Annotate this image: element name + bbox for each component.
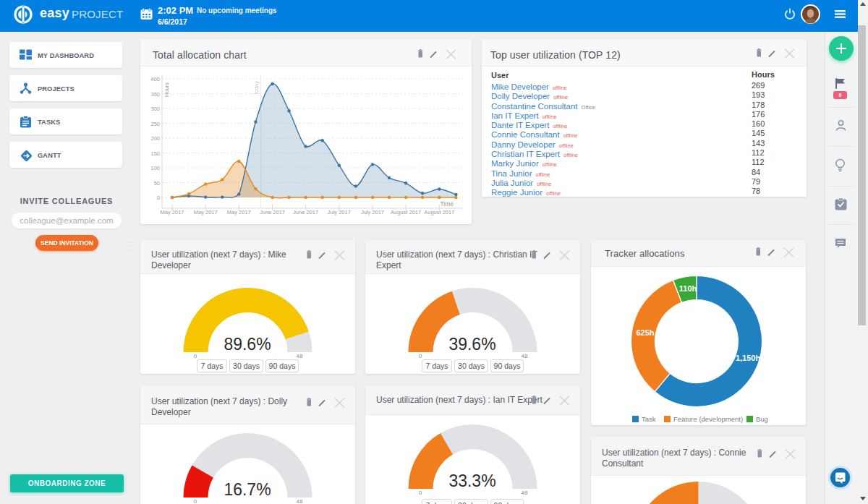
svg-text:Task: Task	[642, 415, 656, 423]
svg-text:0: 0	[419, 490, 422, 496]
svg-text:Feature (development): Feature (development)	[673, 415, 743, 423]
svg-text:May 2017: May 2017	[194, 209, 218, 215]
svg-text:July 2017: July 2017	[361, 209, 384, 215]
svg-text:0: 0	[157, 195, 160, 201]
svg-text:16.7%: 16.7%	[224, 480, 271, 499]
svg-text:May 2017: May 2017	[227, 209, 251, 215]
svg-text:400: 400	[150, 76, 160, 82]
svg-text:300: 300	[150, 106, 160, 112]
svg-text:Bug: Bug	[756, 415, 768, 423]
svg-text:110h: 110h	[679, 284, 697, 293]
svg-text:200: 200	[150, 135, 160, 142]
svg-text:48: 48	[522, 490, 528, 496]
svg-text:Hours: Hours	[163, 82, 170, 97]
svg-text:August 2017: August 2017	[424, 209, 454, 215]
svg-text:150: 150	[150, 150, 160, 157]
svg-text:250: 250	[150, 121, 160, 127]
svg-text:350: 350	[150, 91, 160, 98]
svg-text:33.3%: 33.3%	[448, 471, 495, 490]
svg-text:50: 50	[154, 180, 160, 187]
svg-text:June 2017: June 2017	[293, 209, 318, 215]
svg-text:August 2017: August 2017	[391, 209, 421, 215]
svg-text:48: 48	[297, 498, 303, 504]
svg-text:89.6%: 89.6%	[224, 335, 271, 354]
svg-text:today: today	[253, 81, 260, 95]
svg-text:Time: Time	[440, 200, 454, 208]
svg-text:July 2017: July 2017	[328, 209, 351, 215]
svg-text:625h: 625h	[636, 328, 654, 337]
svg-text:June 2017: June 2017	[260, 209, 285, 215]
svg-text:May 2017: May 2017	[161, 209, 184, 215]
svg-text:0: 0	[194, 498, 197, 504]
svg-text:1,150h: 1,150h	[736, 354, 761, 362]
svg-text:39.6%: 39.6%	[448, 335, 495, 354]
svg-text:100: 100	[150, 165, 160, 171]
